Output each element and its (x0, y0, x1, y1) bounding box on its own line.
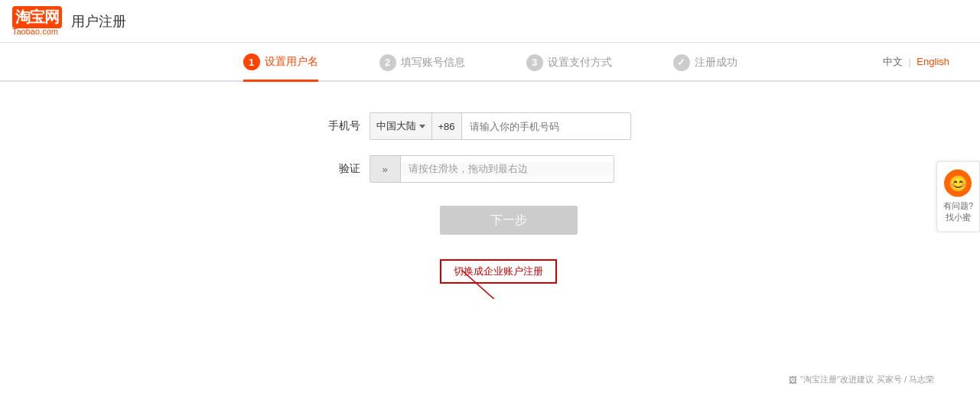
captcha-slider-btn[interactable]: » (370, 156, 401, 182)
actions-area: 下一步 切换成企业账户注册 (299, 198, 682, 284)
lang-zh[interactable]: 中文 (883, 56, 903, 67)
captcha-hint: 请按住滑块，拖动到最右边 (401, 162, 614, 176)
step-1-label: 设置用户名 (265, 55, 318, 69)
helper-line2: 找小蜜 (946, 213, 971, 222)
helper-emoji: 😊 (949, 174, 968, 193)
phone-code: +86 (432, 113, 462, 139)
logo-area: 淘宝网 Taobao.com (12, 6, 62, 36)
helper-icon: 😊 (944, 170, 972, 197)
next-button[interactable]: 下一步 (440, 206, 578, 235)
main-content: 手机号 中国大陆 +86 验证 » 请按住滑块，拖动到最右边 下一步 (0, 82, 980, 299)
switch-enterprise-wrapper: 切换成企业账户注册 (370, 247, 557, 284)
lang-sep: | (908, 56, 910, 67)
switch-enterprise-button[interactable]: 切换成企业账户注册 (440, 259, 557, 284)
chevron-down-icon (419, 125, 425, 128)
phone-country-text: 中国大陆 (376, 119, 416, 133)
step-2-label: 填写账号信息 (401, 56, 465, 70)
captcha-row: 验证 » 请按住滑块，拖动到最右边 (299, 155, 682, 183)
page-title: 用户注册 (71, 12, 126, 31)
steps-bar: 1 设置用户名 2 填写账号信息 3 设置支付方式 ✓ 注册成功 中文 | En… (0, 43, 980, 82)
logo: 淘宝网 (12, 6, 62, 28)
phone-label: 手机号 (299, 119, 360, 133)
captcha-arrow-icon: » (382, 164, 387, 175)
step-2[interactable]: 2 填写账号信息 (379, 54, 465, 80)
step-4-label: 注册成功 (695, 56, 737, 70)
step-1[interactable]: 1 设置用户名 (243, 54, 318, 82)
captcha-label: 验证 (299, 162, 360, 176)
logo-subtitle: Taobao.com (12, 27, 62, 36)
phone-input[interactable] (462, 113, 630, 139)
helper-line1: 有问题? (943, 201, 973, 210)
helper-text: 有问题? 找小蜜 (943, 200, 973, 224)
captcha-field[interactable]: » 请按住滑块，拖动到最右边 (370, 155, 614, 183)
lang-en[interactable]: English (917, 56, 949, 67)
header: 淘宝网 Taobao.com 用户注册 (0, 0, 980, 43)
step-2-num: 2 (379, 54, 396, 71)
form-container: 手机号 中国大陆 +86 验证 » 请按住滑块，拖动到最右边 下一步 (299, 112, 682, 284)
phone-field: 中国大陆 +86 (370, 112, 631, 140)
step-4[interactable]: ✓ 注册成功 (673, 54, 737, 80)
step-3-label: 设置支付方式 (548, 56, 612, 70)
step-3-num: 3 (526, 54, 543, 71)
step-1-num: 1 (243, 54, 260, 70)
phone-row: 手机号 中国大陆 +86 (299, 112, 682, 140)
lang-switch: 中文 | English (883, 55, 949, 69)
logo-icon: 淘宝网 (12, 6, 62, 28)
side-helper[interactable]: 😊 有问题? 找小蜜 (936, 161, 980, 232)
phone-country-selector[interactable]: 中国大陆 (370, 113, 432, 139)
step-3[interactable]: 3 设置支付方式 (526, 54, 612, 80)
step-4-num: ✓ (673, 54, 690, 71)
